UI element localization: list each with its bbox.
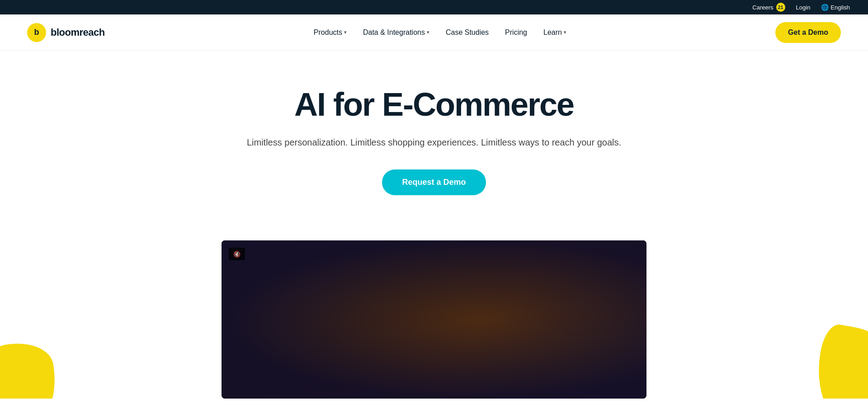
hero-subtitle: Limitless personalization. Limitless sho… — [9, 135, 859, 150]
mute-button[interactable]: 🔇 — [229, 248, 245, 260]
nav-label-products: Products — [314, 28, 342, 37]
yellow-shape-left — [0, 337, 59, 399]
yellow-shape-right — [809, 322, 868, 399]
language-label: English — [830, 4, 850, 11]
request-demo-button[interactable]: Request a Demo — [382, 169, 486, 195]
nav-item-pricing[interactable]: Pricing — [505, 28, 527, 37]
nav-item-learn[interactable]: Learn ▾ — [543, 28, 566, 37]
hero-section: AI for E-Commerce Limitless personalizat… — [0, 51, 868, 222]
logo-text: bloomreach — [51, 27, 105, 38]
hero-title: AI for E-Commerce — [9, 87, 859, 122]
language-selector[interactable]: 🌐 English — [821, 4, 850, 11]
chevron-down-icon: ▾ — [564, 29, 566, 35]
get-demo-button[interactable]: Get a Demo — [775, 22, 841, 43]
logo-icon: b — [27, 23, 46, 42]
nav-item-products[interactable]: Products ▾ — [314, 28, 347, 37]
careers-label: Careers — [752, 4, 773, 11]
nav-label-case-studies: Case Studies — [446, 28, 489, 37]
video-overlay — [222, 240, 646, 399]
chevron-down-icon: ▾ — [344, 29, 347, 35]
nav-label-pricing: Pricing — [505, 28, 527, 37]
video-player[interactable]: 🔇 — [222, 240, 646, 399]
nav-label-data: Data & Integrations — [363, 28, 425, 37]
globe-icon: 🌐 — [821, 4, 829, 11]
careers-badge: 21 — [776, 3, 785, 12]
deco-right — [809, 317, 868, 399]
logo-link[interactable]: b bloomreach — [27, 23, 105, 42]
nav-item-data-integrations[interactable]: Data & Integrations ▾ — [363, 28, 429, 37]
video-blur — [222, 240, 646, 399]
mute-icon: 🔇 — [233, 251, 241, 258]
nav-links: Products ▾ Data & Integrations ▾ Case St… — [314, 28, 566, 37]
login-link[interactable]: Login — [796, 4, 811, 11]
nav-label-learn: Learn — [543, 28, 562, 37]
chevron-down-icon: ▾ — [427, 29, 429, 35]
nav-item-case-studies[interactable]: Case Studies — [446, 28, 489, 37]
main-nav: b bloomreach Products ▾ Data & Integrati… — [0, 14, 868, 51]
careers-link[interactable]: Careers 21 — [752, 3, 785, 12]
deco-left — [0, 326, 59, 399]
video-section: 🔇 — [0, 222, 868, 399]
top-bar: Careers 21 Login 🌐 English — [0, 0, 868, 14]
